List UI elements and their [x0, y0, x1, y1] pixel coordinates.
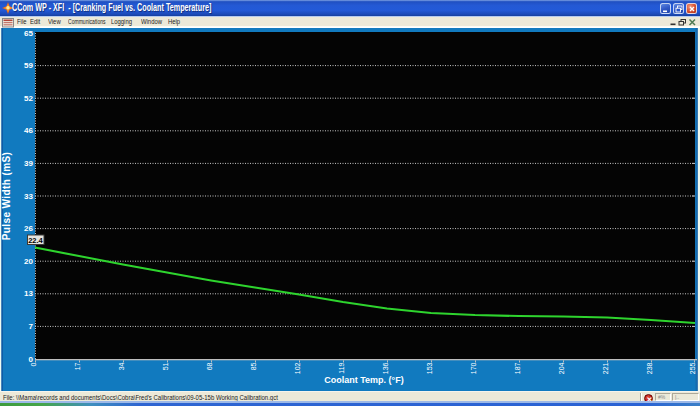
svg-text:170: 170 — [470, 362, 477, 374]
svg-text:204: 204 — [558, 362, 565, 374]
svg-text:33: 33 — [24, 192, 33, 201]
svg-text:17: 17 — [74, 362, 81, 370]
svg-text:255: 255 — [689, 362, 696, 374]
svg-text:22.4: 22.4 — [28, 236, 43, 245]
svg-text:20: 20 — [24, 257, 33, 266]
svg-text:Coolant Temp. (°F): Coolant Temp. (°F) — [324, 375, 403, 385]
svg-text:13: 13 — [24, 289, 33, 298]
svg-text:187: 187 — [514, 362, 521, 374]
svg-text:46: 46 — [24, 126, 33, 135]
svg-text:0: 0 — [29, 355, 34, 364]
svg-text:153: 153 — [426, 362, 433, 374]
svg-text:238: 238 — [646, 362, 653, 374]
svg-text:0: 0 — [30, 362, 37, 366]
svg-text:136: 136 — [382, 362, 389, 374]
svg-text:65: 65 — [24, 29, 33, 38]
svg-text:34: 34 — [118, 362, 125, 370]
svg-text:51: 51 — [162, 362, 169, 370]
svg-text:59: 59 — [24, 61, 33, 70]
svg-text:39: 39 — [24, 159, 33, 168]
svg-text:221: 221 — [602, 362, 609, 374]
svg-text:119: 119 — [338, 362, 345, 373]
svg-text:Pulse Width (mS): Pulse Width (mS) — [1, 152, 12, 241]
svg-text:26: 26 — [24, 224, 33, 233]
svg-text:68: 68 — [206, 362, 213, 370]
svg-text:7: 7 — [29, 322, 34, 331]
svg-text:52: 52 — [24, 94, 33, 103]
svg-text:85: 85 — [250, 362, 257, 370]
svg-text:102: 102 — [294, 362, 301, 374]
